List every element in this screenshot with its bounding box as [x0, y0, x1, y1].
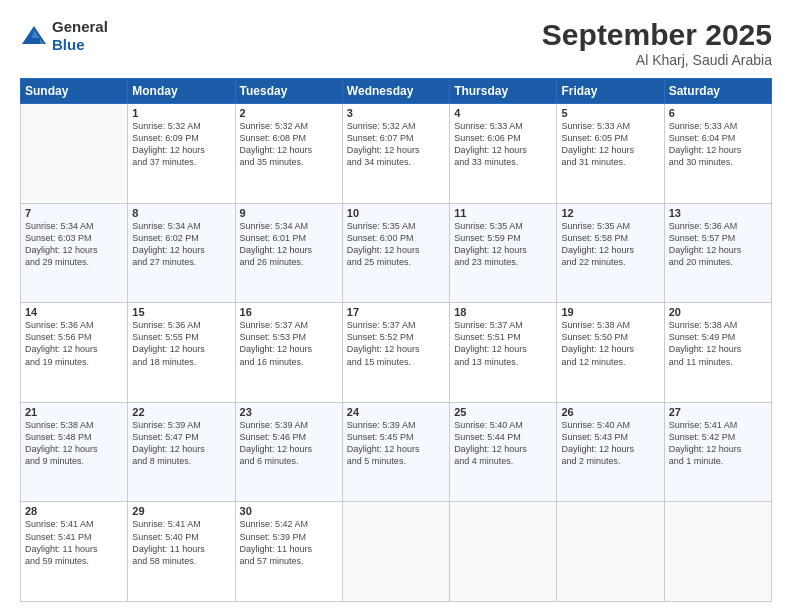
calendar-day-cell: 24Sunrise: 5:39 AMSunset: 5:45 PMDayligh…: [342, 402, 449, 502]
day-number: 24: [347, 406, 445, 418]
day-info: Sunrise: 5:35 AMSunset: 6:00 PMDaylight:…: [347, 220, 445, 269]
calendar-day-cell: [557, 502, 664, 602]
calendar-week-row: 7Sunrise: 5:34 AMSunset: 6:03 PMDaylight…: [21, 203, 772, 303]
location: Al Kharj, Saudi Arabia: [542, 52, 772, 68]
day-header-thursday: Thursday: [450, 79, 557, 104]
day-info: Sunrise: 5:39 AMSunset: 5:45 PMDaylight:…: [347, 419, 445, 468]
calendar-day-cell: 19Sunrise: 5:38 AMSunset: 5:50 PMDayligh…: [557, 303, 664, 403]
calendar-day-cell: 30Sunrise: 5:42 AMSunset: 5:39 PMDayligh…: [235, 502, 342, 602]
day-number: 27: [669, 406, 767, 418]
logo-general: General: [52, 18, 108, 35]
calendar-day-cell: 26Sunrise: 5:40 AMSunset: 5:43 PMDayligh…: [557, 402, 664, 502]
calendar-day-cell: 15Sunrise: 5:36 AMSunset: 5:55 PMDayligh…: [128, 303, 235, 403]
calendar-day-cell: [450, 502, 557, 602]
day-number: 28: [25, 505, 123, 517]
calendar-day-cell: 9Sunrise: 5:34 AMSunset: 6:01 PMDaylight…: [235, 203, 342, 303]
calendar-day-cell: 2Sunrise: 5:32 AMSunset: 6:08 PMDaylight…: [235, 104, 342, 204]
day-number: 18: [454, 306, 552, 318]
day-info: Sunrise: 5:34 AMSunset: 6:01 PMDaylight:…: [240, 220, 338, 269]
calendar-day-cell: 5Sunrise: 5:33 AMSunset: 6:05 PMDaylight…: [557, 104, 664, 204]
day-info: Sunrise: 5:37 AMSunset: 5:52 PMDaylight:…: [347, 319, 445, 368]
day-number: 30: [240, 505, 338, 517]
calendar-day-cell: 6Sunrise: 5:33 AMSunset: 6:04 PMDaylight…: [664, 104, 771, 204]
day-info: Sunrise: 5:32 AMSunset: 6:09 PMDaylight:…: [132, 120, 230, 169]
day-number: 10: [347, 207, 445, 219]
day-number: 23: [240, 406, 338, 418]
day-number: 26: [561, 406, 659, 418]
day-info: Sunrise: 5:33 AMSunset: 6:04 PMDaylight:…: [669, 120, 767, 169]
day-number: 25: [454, 406, 552, 418]
day-info: Sunrise: 5:39 AMSunset: 5:47 PMDaylight:…: [132, 419, 230, 468]
day-info: Sunrise: 5:32 AMSunset: 6:07 PMDaylight:…: [347, 120, 445, 169]
day-info: Sunrise: 5:35 AMSunset: 5:59 PMDaylight:…: [454, 220, 552, 269]
day-info: Sunrise: 5:38 AMSunset: 5:50 PMDaylight:…: [561, 319, 659, 368]
logo-icon: [20, 24, 48, 48]
day-number: 15: [132, 306, 230, 318]
calendar-day-cell: 22Sunrise: 5:39 AMSunset: 5:47 PMDayligh…: [128, 402, 235, 502]
calendar-day-cell: 13Sunrise: 5:36 AMSunset: 5:57 PMDayligh…: [664, 203, 771, 303]
calendar-day-cell: 21Sunrise: 5:38 AMSunset: 5:48 PMDayligh…: [21, 402, 128, 502]
day-header-wednesday: Wednesday: [342, 79, 449, 104]
calendar-day-cell: 1Sunrise: 5:32 AMSunset: 6:09 PMDaylight…: [128, 104, 235, 204]
day-info: Sunrise: 5:39 AMSunset: 5:46 PMDaylight:…: [240, 419, 338, 468]
day-info: Sunrise: 5:37 AMSunset: 5:51 PMDaylight:…: [454, 319, 552, 368]
day-number: 11: [454, 207, 552, 219]
day-number: 17: [347, 306, 445, 318]
day-info: Sunrise: 5:33 AMSunset: 6:05 PMDaylight:…: [561, 120, 659, 169]
day-number: 12: [561, 207, 659, 219]
day-info: Sunrise: 5:33 AMSunset: 6:06 PMDaylight:…: [454, 120, 552, 169]
day-number: 6: [669, 107, 767, 119]
calendar-day-cell: 28Sunrise: 5:41 AMSunset: 5:41 PMDayligh…: [21, 502, 128, 602]
day-header-monday: Monday: [128, 79, 235, 104]
day-info: Sunrise: 5:36 AMSunset: 5:55 PMDaylight:…: [132, 319, 230, 368]
day-header-friday: Friday: [557, 79, 664, 104]
day-number: 8: [132, 207, 230, 219]
day-number: 20: [669, 306, 767, 318]
day-number: 2: [240, 107, 338, 119]
day-number: 1: [132, 107, 230, 119]
day-info: Sunrise: 5:38 AMSunset: 5:49 PMDaylight:…: [669, 319, 767, 368]
day-info: Sunrise: 5:40 AMSunset: 5:43 PMDaylight:…: [561, 419, 659, 468]
day-number: 4: [454, 107, 552, 119]
month-title: September 2025: [542, 18, 772, 52]
logo-blue: Blue: [52, 36, 85, 53]
page: General Blue September 2025 Al Kharj, Sa…: [0, 0, 792, 612]
calendar-week-row: 21Sunrise: 5:38 AMSunset: 5:48 PMDayligh…: [21, 402, 772, 502]
calendar-day-cell: [342, 502, 449, 602]
calendar-day-cell: [21, 104, 128, 204]
day-info: Sunrise: 5:34 AMSunset: 6:02 PMDaylight:…: [132, 220, 230, 269]
calendar-header-row: SundayMondayTuesdayWednesdayThursdayFrid…: [21, 79, 772, 104]
svg-rect-2: [28, 38, 40, 44]
logo: General Blue: [20, 18, 108, 54]
day-number: 22: [132, 406, 230, 418]
logo-text: General Blue: [52, 18, 108, 54]
calendar-week-row: 1Sunrise: 5:32 AMSunset: 6:09 PMDaylight…: [21, 104, 772, 204]
day-header-sunday: Sunday: [21, 79, 128, 104]
day-info: Sunrise: 5:32 AMSunset: 6:08 PMDaylight:…: [240, 120, 338, 169]
day-info: Sunrise: 5:42 AMSunset: 5:39 PMDaylight:…: [240, 518, 338, 567]
day-number: 3: [347, 107, 445, 119]
day-number: 16: [240, 306, 338, 318]
day-info: Sunrise: 5:41 AMSunset: 5:40 PMDaylight:…: [132, 518, 230, 567]
calendar-day-cell: 11Sunrise: 5:35 AMSunset: 5:59 PMDayligh…: [450, 203, 557, 303]
calendar-day-cell: 3Sunrise: 5:32 AMSunset: 6:07 PMDaylight…: [342, 104, 449, 204]
title-block: September 2025 Al Kharj, Saudi Arabia: [542, 18, 772, 68]
calendar-day-cell: 10Sunrise: 5:35 AMSunset: 6:00 PMDayligh…: [342, 203, 449, 303]
day-info: Sunrise: 5:36 AMSunset: 5:57 PMDaylight:…: [669, 220, 767, 269]
day-number: 13: [669, 207, 767, 219]
header: General Blue September 2025 Al Kharj, Sa…: [20, 18, 772, 68]
day-info: Sunrise: 5:41 AMSunset: 5:42 PMDaylight:…: [669, 419, 767, 468]
day-number: 7: [25, 207, 123, 219]
calendar-day-cell: 4Sunrise: 5:33 AMSunset: 6:06 PMDaylight…: [450, 104, 557, 204]
calendar-day-cell: 12Sunrise: 5:35 AMSunset: 5:58 PMDayligh…: [557, 203, 664, 303]
calendar-day-cell: 7Sunrise: 5:34 AMSunset: 6:03 PMDaylight…: [21, 203, 128, 303]
day-header-saturday: Saturday: [664, 79, 771, 104]
day-info: Sunrise: 5:36 AMSunset: 5:56 PMDaylight:…: [25, 319, 123, 368]
calendar-day-cell: 29Sunrise: 5:41 AMSunset: 5:40 PMDayligh…: [128, 502, 235, 602]
day-number: 21: [25, 406, 123, 418]
day-number: 9: [240, 207, 338, 219]
calendar-day-cell: 8Sunrise: 5:34 AMSunset: 6:02 PMDaylight…: [128, 203, 235, 303]
calendar-day-cell: 16Sunrise: 5:37 AMSunset: 5:53 PMDayligh…: [235, 303, 342, 403]
calendar-table: SundayMondayTuesdayWednesdayThursdayFrid…: [20, 78, 772, 602]
calendar-day-cell: 18Sunrise: 5:37 AMSunset: 5:51 PMDayligh…: [450, 303, 557, 403]
